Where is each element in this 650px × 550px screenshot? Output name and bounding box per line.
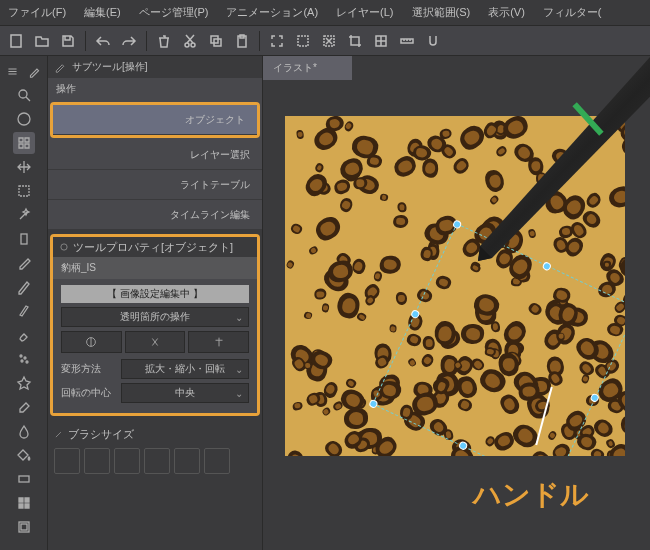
transform-method-select[interactable]: 拡大・縮小・回転 — [121, 359, 249, 379]
subtool-header: サブツール[操作] — [48, 56, 262, 78]
tool-property-body: 【 画像設定編集中 】 透明箇所の操作 変形方法 拡大・縮小・回転 回転の中心 … — [53, 279, 257, 413]
deselect-icon[interactable] — [317, 29, 341, 53]
copy-icon[interactable] — [204, 29, 228, 53]
rotation-center-select[interactable]: 中央 — [121, 383, 249, 403]
brush-swatch[interactable] — [114, 448, 140, 474]
eyedropper-icon[interactable] — [13, 252, 35, 274]
select-all-icon[interactable] — [291, 29, 315, 53]
palette-pen-icon[interactable] — [26, 62, 44, 80]
menu-view[interactable]: 表示(V) — [488, 5, 525, 20]
airbrush-icon[interactable] — [13, 348, 35, 370]
svg-point-12 — [18, 113, 30, 125]
pen-tool-icon[interactable] — [13, 276, 35, 298]
subtool-group-title[interactable]: 操作 — [48, 78, 262, 100]
brush-tool-icon[interactable] — [13, 324, 35, 346]
eraser-icon[interactable] — [13, 396, 35, 418]
lasso-tool-icon[interactable] — [13, 228, 35, 250]
svg-rect-7 — [298, 36, 308, 46]
delete-icon[interactable] — [152, 29, 176, 53]
frame-icon[interactable] — [13, 516, 35, 538]
operation-tool-icon[interactable] — [13, 132, 35, 154]
brush-size-header: ブラシサイズ — [48, 424, 262, 444]
document-tab[interactable]: イラスト* — [263, 56, 353, 80]
svg-rect-19 — [19, 476, 29, 482]
reset-button[interactable] — [188, 331, 249, 353]
svg-rect-0 — [11, 35, 21, 47]
svg-rect-13 — [19, 186, 29, 196]
tool-property-header: ツールプロパティ[オブジェクト] — [53, 237, 257, 257]
ruler-icon[interactable] — [395, 29, 419, 53]
flip-v-button[interactable] — [125, 331, 186, 353]
fullscreen-icon[interactable] — [265, 29, 289, 53]
brush-swatch[interactable] — [84, 448, 110, 474]
handle-mid-left[interactable] — [410, 309, 421, 320]
magnify-tool-icon[interactable] — [13, 84, 35, 106]
panel-column: サブツール[操作] 操作 オブジェクト レイヤー選択 ライトテーブル タイムライ… — [48, 56, 263, 550]
brush-swatch[interactable] — [54, 448, 80, 474]
menu-edit[interactable]: 編集(E) — [84, 5, 121, 20]
svg-point-2 — [191, 43, 195, 47]
grid-icon[interactable] — [369, 29, 393, 53]
snap-icon[interactable] — [421, 29, 445, 53]
highlight-object: オブジェクト — [50, 102, 260, 138]
brush-size-row — [48, 444, 262, 478]
marquee-tool-icon[interactable] — [13, 180, 35, 202]
canvas[interactable] — [285, 116, 625, 456]
svg-point-11 — [19, 90, 27, 98]
undo-icon[interactable] — [91, 29, 115, 53]
brush-swatch[interactable] — [174, 448, 200, 474]
svg-rect-21 — [21, 524, 27, 530]
image-editing-label: 【 画像設定編集中 】 — [61, 285, 249, 303]
move-tool-icon[interactable] — [13, 108, 35, 130]
subtool-layer-select[interactable]: レイヤー選択 — [48, 140, 262, 170]
subtool-light-table[interactable]: ライトテーブル — [48, 170, 262, 200]
subtool-timeline[interactable]: タイムライン編集 — [48, 200, 262, 230]
rotation-center-label: 回転の中心 — [61, 386, 117, 400]
svg-point-22 — [61, 244, 67, 250]
open-icon[interactable] — [30, 29, 54, 53]
fill-icon[interactable] — [13, 444, 35, 466]
tool-palette — [0, 56, 48, 550]
pencil-tool-icon[interactable] — [13, 300, 35, 322]
subtool-object[interactable]: オブジェクト — [53, 105, 257, 135]
new-icon[interactable] — [4, 29, 28, 53]
svg-point-17 — [21, 360, 23, 362]
highlight-property: ツールプロパティ[オブジェクト] 豹柄_IS 【 画像設定編集中 】 透明箇所の… — [50, 234, 260, 416]
redo-icon[interactable] — [117, 29, 141, 53]
svg-point-1 — [185, 43, 189, 47]
svg-point-16 — [24, 357, 26, 359]
menu-filter[interactable]: フィルター( — [543, 5, 602, 20]
menu-select[interactable]: 選択範囲(S) — [412, 5, 471, 20]
menu-file[interactable]: ファイル(F) — [8, 5, 66, 20]
menu-animation[interactable]: アニメーション(A) — [226, 5, 318, 20]
transparent-operation-select[interactable]: 透明箇所の操作 — [61, 307, 249, 327]
menu-page[interactable]: ページ管理(P) — [139, 5, 209, 20]
gradient-icon[interactable] — [13, 468, 35, 490]
material-name: 豹柄_IS — [53, 257, 257, 279]
move-layer-icon[interactable] — [13, 156, 35, 178]
cut-icon[interactable] — [178, 29, 202, 53]
annotation-handle-label: ハンドル — [473, 476, 589, 514]
subtool-group: 操作 オブジェクト レイヤー選択 ライトテーブル タイムライン編集 — [48, 78, 262, 230]
brush-swatch[interactable] — [144, 448, 170, 474]
save-icon[interactable] — [56, 29, 80, 53]
decoration-icon[interactable] — [13, 372, 35, 394]
main-toolbar — [0, 26, 650, 56]
brush-swatch[interactable] — [204, 448, 230, 474]
transform-method-label: 変形方法 — [61, 362, 117, 376]
blend-icon[interactable] — [13, 420, 35, 442]
palette-menu-icon[interactable] — [4, 62, 22, 80]
svg-point-18 — [26, 361, 28, 363]
svg-rect-14 — [21, 234, 27, 244]
subtool-header-label: サブツール[操作] — [72, 60, 148, 74]
menu-bar: ファイル(F) 編集(E) ページ管理(P) アニメーション(A) レイヤー(L… — [0, 0, 650, 26]
canvas-area: イラスト* ハンドル — [263, 56, 650, 550]
paste-icon[interactable] — [230, 29, 254, 53]
flip-h-button[interactable] — [61, 331, 122, 353]
wand-tool-icon[interactable] — [13, 204, 35, 226]
menu-layer[interactable]: レイヤー(L) — [336, 5, 393, 20]
svg-point-15 — [20, 355, 22, 357]
crop-icon[interactable] — [343, 29, 367, 53]
figure-icon[interactable] — [13, 492, 35, 514]
